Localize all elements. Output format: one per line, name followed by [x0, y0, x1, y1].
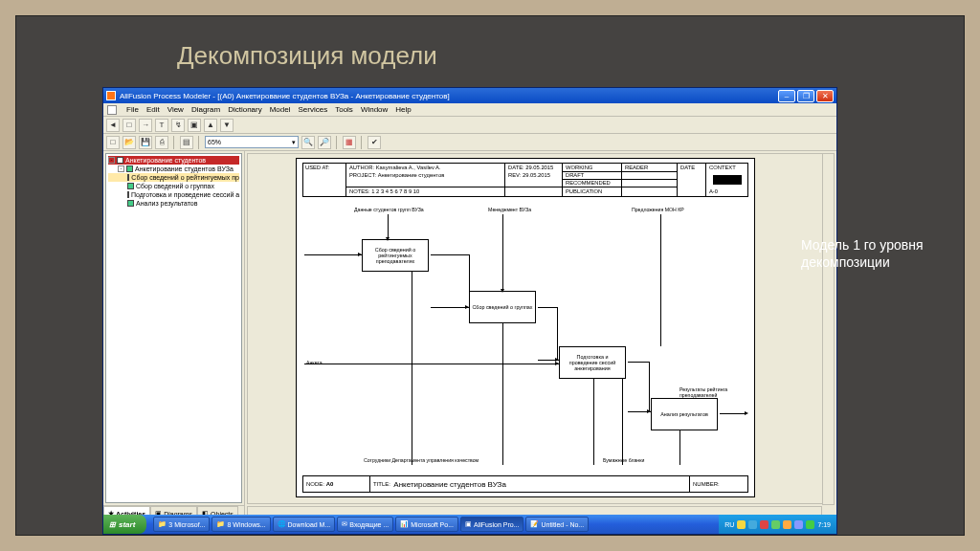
- tray-icon[interactable]: [760, 520, 768, 529]
- diagram-label: Результаты рейтинга преподавателей: [679, 386, 746, 398]
- save-icon[interactable]: 💾: [139, 136, 152, 149]
- idef0-sheet: USED AT: AUTHOR: Kasymalieva A., Vasilev…: [296, 158, 755, 497]
- activity-box-4[interactable]: Анализ результатов: [651, 398, 718, 430]
- tree-root[interactable]: - Анкетирование студентов: [108, 156, 239, 165]
- tree-item[interactable]: - Анкетирование студентов ВУЗа: [108, 165, 239, 173]
- menu-model[interactable]: Model: [270, 105, 291, 114]
- arrow-tool-icon[interactable]: →: [139, 119, 152, 132]
- report-icon[interactable]: ▤: [180, 136, 193, 149]
- zoom-out-icon[interactable]: 🔎: [318, 136, 331, 149]
- vertical-scrollbar[interactable]: [822, 153, 835, 505]
- menu-window[interactable]: Window: [361, 105, 388, 114]
- taskbar-item[interactable]: 📁 3 Microsof...: [153, 517, 210, 532]
- mdi-icon[interactable]: [107, 105, 117, 115]
- zoom-combo[interactable]: 65%▾: [205, 136, 299, 148]
- window-title: AllFusion Process Modeler - [(A0) Анкети…: [120, 92, 450, 100]
- model-explorer: - Анкетирование студентов - Анкетировани…: [103, 151, 245, 520]
- goto-child-icon[interactable]: ▼: [220, 119, 234, 132]
- taskbar-item[interactable]: 📁 8 Windows...: [212, 517, 270, 532]
- menu-diagram[interactable]: Diagram: [191, 105, 220, 114]
- diagram-label: Сотрудники Департамента управления качес…: [364, 457, 479, 463]
- idef0-header: USED AT: AUTHOR: Kasymalieva A., Vasilev…: [302, 163, 748, 197]
- menu-view[interactable]: View: [167, 105, 184, 114]
- close-button[interactable]: ✕: [816, 90, 834, 102]
- tree-item[interactable]: Сбор сведений о группах: [108, 182, 239, 190]
- tray-icon[interactable]: [748, 520, 757, 529]
- language-indicator[interactable]: RU: [724, 521, 734, 528]
- system-tray[interactable]: RU 7:19: [719, 515, 836, 534]
- window-titlebar[interactable]: AllFusion Process Modeler - [(A0) Анкети…: [103, 88, 836, 103]
- menu-edit[interactable]: Edit: [146, 105, 160, 114]
- tree-item[interactable]: Подготовка и проведение сессий а: [108, 190, 239, 199]
- goto-parent-icon[interactable]: ▲: [204, 119, 217, 132]
- start-button[interactable]: ⊞ start: [103, 515, 146, 534]
- tray-icon[interactable]: [771, 520, 780, 529]
- menu-dictionary[interactable]: Dictionary: [228, 105, 262, 114]
- spellcheck-icon[interactable]: ✔: [368, 136, 381, 149]
- activity-tool-icon[interactable]: □: [122, 119, 136, 132]
- text-tool-icon[interactable]: T: [155, 119, 168, 132]
- diagram-canvas[interactable]: USED AT: AUTHOR: Kasymalieva A., Vasilev…: [247, 153, 835, 504]
- windows-taskbar: ⊞ start 📁 3 Microsof... 📁 8 Windows... 🌐…: [103, 515, 836, 534]
- tray-icon[interactable]: [794, 520, 803, 529]
- menu-tools[interactable]: Tools: [335, 105, 353, 114]
- diagram-label: Данные студентов групп ВУЗа: [354, 207, 424, 212]
- windows-logo-icon: ⊞: [109, 520, 116, 529]
- maximize-button[interactable]: ❐: [797, 90, 814, 102]
- toolbar-standard: □ 📂 💾 ⎙ ▤ 65%▾ 🔍 🔎 ▦ ✔: [103, 134, 836, 151]
- diagram-label: Бумажные бланки: [603, 457, 644, 463]
- zoom-in-icon[interactable]: 🔍: [301, 136, 315, 149]
- menubar: File Edit View Diagram Dictionary Model …: [103, 103, 836, 117]
- activity-box-1[interactable]: Сбор сведений о рейтингуемых преподавате…: [362, 239, 429, 272]
- slide-caption: Модель 1 го уровня декомпозиции: [801, 236, 935, 271]
- diagram-label: Анкета: [306, 360, 323, 365]
- taskbar-item[interactable]: 📊 Microsoft Po...: [395, 517, 458, 532]
- idef0-footer: NODE: A0 TITLE: Анкетирование студентов …: [302, 475, 748, 493]
- app-icon: [106, 91, 116, 100]
- tree-item[interactable]: Анализ результатов: [108, 199, 239, 208]
- clock[interactable]: 7:19: [817, 521, 831, 528]
- model-tree[interactable]: - Анкетирование студентов - Анкетировани…: [105, 153, 242, 503]
- tree-item[interactable]: Сбор сведений о рейтингуемых пр: [108, 173, 239, 182]
- menu-services[interactable]: Services: [299, 105, 328, 114]
- diagram-label: Предложения МОН КР: [632, 207, 684, 212]
- minimize-button[interactable]: –: [778, 90, 795, 102]
- activity-box-3[interactable]: Подготовка и проведение сессий анкетиров…: [559, 346, 626, 379]
- tray-icon[interactable]: [737, 520, 746, 529]
- toolbar-tools: ◄ □ → T ↯ ▣ ▲ ▼: [103, 117, 836, 134]
- tray-icon[interactable]: [806, 520, 814, 529]
- tray-icon[interactable]: [783, 520, 791, 529]
- print-icon[interactable]: ⎙: [155, 136, 168, 149]
- taskbar-item[interactable]: ▣ AllFusion Pro...: [460, 517, 523, 532]
- taskbar-item[interactable]: 🌐 Download M...: [273, 517, 336, 532]
- taskbar-item[interactable]: ✉ Входящие ...: [337, 517, 393, 532]
- squiggle-tool-icon[interactable]: ↯: [171, 119, 185, 132]
- taskbar-item[interactable]: 📝 Untitled - No...: [525, 517, 589, 532]
- app-window: AllFusion Process Modeler - [(A0) Анкети…: [102, 87, 837, 535]
- model-explorer-icon[interactable]: ▦: [343, 136, 356, 149]
- new-icon[interactable]: □: [106, 136, 120, 149]
- pointer-tool-icon[interactable]: ◄: [106, 119, 120, 132]
- diagram-label: Менеджмент ВУЗа: [488, 207, 531, 212]
- menu-help[interactable]: Help: [395, 105, 411, 114]
- decompose-icon[interactable]: ▣: [188, 119, 201, 132]
- activity-box-2[interactable]: Сбор сведений о группах: [469, 291, 536, 323]
- slide-title: Декомпозиция модели: [177, 41, 941, 71]
- open-icon[interactable]: 📂: [122, 136, 136, 149]
- menu-file[interactable]: File: [126, 105, 139, 114]
